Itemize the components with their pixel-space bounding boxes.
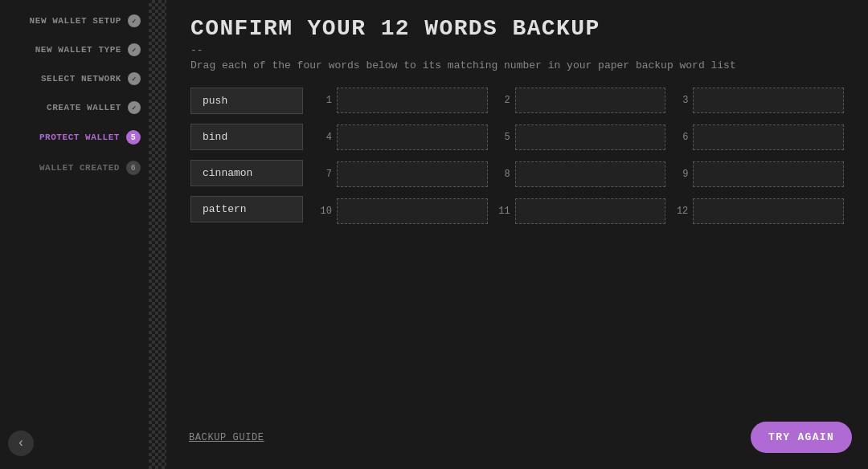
main-content: CONFIRM YOUR 12 WORDS BACKUP -- Drag eac… [166, 0, 868, 469]
sidebar-item-new-wallet-type[interactable]: NEW WALLET TYPE ✓ [0, 37, 149, 63]
sidebar-item-label: NEW WALLET TYPE [35, 45, 121, 55]
drop-zone-1[interactable] [337, 88, 488, 113]
sidebar-item-wallet-created[interactable]: WALLET CREATED 6 [0, 154, 149, 181]
grid-cell-10: 10 [319, 198, 488, 224]
sidebar-item-label: WALLET CREATED [39, 163, 120, 173]
grid-row-1: 1 2 3 [319, 88, 844, 113]
sidebar: NEW WALLET SETUP ✓ NEW WALLET TYPE ✓ SEL… [0, 0, 149, 469]
checkerboard-divider [149, 0, 166, 469]
backup-guide-link[interactable]: BACKUP GUIDE [189, 432, 264, 443]
cell-number-12: 12 [675, 206, 688, 217]
cell-number-6: 6 [675, 132, 688, 143]
subtitle-dash: -- [190, 44, 844, 56]
bottom-bar: BACKUP GUIDE TRY AGAIN [189, 422, 852, 453]
sidebar-item-new-wallet-setup[interactable]: NEW WALLET SETUP ✓ [0, 8, 149, 34]
grid-cell-2: 2 [497, 88, 666, 113]
grid-cell-12: 12 [675, 198, 844, 224]
grid-row-4: 10 11 12 [319, 198, 844, 224]
drop-zone-12[interactable] [693, 198, 844, 224]
page-title: CONFIRM YOUR 12 WORDS BACKUP [190, 16, 844, 41]
grid-cell-7: 7 [319, 161, 488, 187]
back-button[interactable]: ‹ [8, 430, 34, 456]
cell-number-9: 9 [675, 169, 688, 180]
grid-cell-8: 8 [497, 161, 666, 187]
cell-number-5: 5 [497, 132, 510, 143]
step-badge: 6 [126, 161, 141, 175]
sidebar-item-label: SELECT NETWORK [41, 74, 121, 84]
sidebar-item-create-wallet[interactable]: CREATE WALLET ✓ [0, 95, 149, 120]
drop-zone-2[interactable] [515, 88, 666, 113]
cell-number-10: 10 [319, 206, 332, 217]
cell-number-11: 11 [497, 206, 510, 217]
back-icon: ‹ [17, 436, 25, 451]
sidebar-item-label: PROTECT WALLET [39, 133, 120, 142]
step-badge: 5 [126, 130, 141, 145]
grid-cell-4: 4 [319, 124, 488, 150]
check-icon: ✓ [128, 43, 141, 56]
grid-cell-5: 5 [497, 124, 666, 150]
drop-zone-8[interactable] [515, 161, 666, 187]
grid-row-3: 7 8 9 [319, 161, 844, 187]
grid-row-2: 4 5 6 [319, 124, 844, 150]
words-column: push bind cinnamon pattern [190, 88, 303, 222]
drop-zone-5[interactable] [515, 124, 666, 150]
sidebar-item-label: CREATE WALLET [47, 103, 121, 112]
subtitle-text: Drag each of the four words below to its… [190, 59, 844, 71]
try-again-button[interactable]: TRY AGAIN [751, 422, 852, 453]
sidebar-item-select-network[interactable]: SELECT NETWORK ✓ [0, 66, 149, 92]
drop-zone-6[interactable] [693, 124, 844, 150]
cell-number-7: 7 [319, 169, 332, 180]
word-chip-push[interactable]: push [190, 88, 303, 114]
grid-cell-11: 11 [497, 198, 666, 224]
check-icon: ✓ [128, 14, 141, 27]
word-chip-cinnamon[interactable]: cinnamon [190, 160, 303, 186]
grid-cell-6: 6 [675, 124, 844, 150]
cell-number-4: 4 [319, 132, 332, 143]
cell-number-1: 1 [319, 95, 332, 106]
drop-zone-10[interactable] [337, 198, 488, 224]
sidebar-item-label: NEW WALLET SETUP [30, 16, 121, 26]
cell-number-8: 8 [497, 169, 510, 180]
sidebar-item-protect-wallet[interactable]: PROTECT WALLET 5 [0, 124, 149, 151]
word-chip-bind[interactable]: bind [190, 124, 303, 150]
grid-cell-3: 3 [675, 88, 844, 113]
drop-zone-3[interactable] [693, 88, 844, 113]
check-icon: ✓ [128, 101, 141, 114]
cell-number-3: 3 [675, 95, 688, 106]
grid-area: 1 2 3 4 5 [319, 88, 844, 235]
grid-cell-1: 1 [319, 88, 488, 113]
drop-zone-11[interactable] [515, 198, 666, 224]
drop-zone-4[interactable] [337, 124, 488, 150]
drop-zone-7[interactable] [337, 161, 488, 187]
cell-number-2: 2 [497, 95, 510, 106]
content-area: push bind cinnamon pattern 1 2 3 [190, 88, 844, 235]
grid-cell-9: 9 [675, 161, 844, 187]
drop-zone-9[interactable] [693, 161, 844, 187]
word-chip-pattern[interactable]: pattern [190, 196, 303, 222]
check-icon: ✓ [128, 72, 141, 85]
